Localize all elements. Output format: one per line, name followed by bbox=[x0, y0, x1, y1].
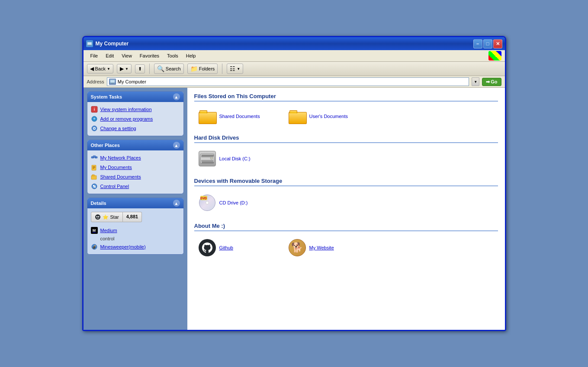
files-stored-title: Files Stored on This Computer bbox=[194, 93, 498, 102]
doge-icon: 🐕 bbox=[289, 239, 306, 256]
section-about-me: About Me :) Github 🐕 My Website bbox=[194, 223, 498, 259]
up-button[interactable]: ⬆ bbox=[135, 64, 145, 73]
views-dropdown-icon: ▼ bbox=[237, 67, 240, 71]
shared-documents-item[interactable]: Shared Documents bbox=[194, 107, 281, 126]
local-disk-item[interactable]: Local Disk (C:) bbox=[194, 148, 281, 169]
go-button[interactable]: ➡ Go bbox=[482, 78, 501, 86]
sidebar-link-my-documents[interactable]: My Documents bbox=[91, 163, 180, 171]
star-button[interactable]: ⭐ Star bbox=[91, 212, 123, 222]
menu-file[interactable]: File bbox=[87, 52, 102, 59]
menu-bar: File Edit View Favorites Tools Help bbox=[84, 50, 505, 62]
medium-sublabel: control bbox=[91, 236, 180, 241]
right-pane: Files Stored on This Computer Shared Doc… bbox=[187, 88, 505, 330]
menu-favorites[interactable]: Favorites bbox=[136, 52, 163, 59]
sidebar-link-control-panel[interactable]: Control Panel bbox=[91, 182, 180, 190]
my-website-label: My Website bbox=[309, 245, 334, 250]
go-arrow-icon: ➡ bbox=[486, 79, 490, 85]
back-arrow-icon: ◀ bbox=[90, 66, 94, 72]
toolbar-separator-2 bbox=[222, 64, 222, 74]
window-icon bbox=[86, 40, 93, 47]
system-tasks-header: System Tasks ▲ bbox=[87, 92, 183, 102]
svg-rect-26 bbox=[94, 186, 96, 188]
section-hard-disk: Hard Disk Drives Local Disk (C:) bbox=[194, 134, 498, 169]
title-bar-left: My Computer bbox=[86, 40, 129, 47]
other-places-panel: Other Places ▲ bbox=[87, 140, 184, 194]
hard-disk-grid: Local Disk (C:) bbox=[194, 148, 498, 169]
menu-items: File Edit View Favorites Tools Help bbox=[87, 52, 199, 59]
cd-drive-icon: DVD bbox=[199, 194, 216, 211]
search-button[interactable]: 🔍 Search bbox=[154, 64, 184, 74]
close-button[interactable]: ✕ bbox=[493, 39, 502, 48]
cd-drive-item[interactable]: DVD CD Drive (D:) bbox=[194, 191, 281, 214]
window: My Computer – □ ✕ File Edit View Favorit… bbox=[82, 36, 506, 331]
medium-label: Medium bbox=[100, 228, 117, 233]
users-documents-item[interactable]: User's Documents bbox=[284, 107, 371, 126]
svg-point-37 bbox=[210, 157, 213, 160]
maximize-button[interactable]: □ bbox=[483, 39, 492, 48]
title-controls: – □ ✕ bbox=[473, 39, 502, 48]
my-website-item[interactable]: 🐕 My Website bbox=[284, 236, 371, 259]
menu-edit[interactable]: Edit bbox=[102, 52, 117, 59]
sidebar-link-network-places[interactable]: My Network Places bbox=[91, 154, 180, 162]
address-input-wrap[interactable]: My Computer bbox=[107, 77, 469, 86]
system-tasks-collapse[interactable]: ▲ bbox=[173, 93, 180, 100]
back-label: Back bbox=[95, 66, 106, 71]
minimize-button[interactable]: – bbox=[473, 39, 482, 48]
view-system-info-label: View system information bbox=[100, 107, 152, 112]
sidebar-link-view-system-info[interactable]: i View system information bbox=[91, 105, 180, 113]
search-icon: 🔍 bbox=[157, 65, 164, 72]
svg-rect-1 bbox=[88, 42, 91, 45]
section-removable: Devices with Removable Storage DVD CD Dr… bbox=[194, 178, 498, 214]
menu-tools[interactable]: Tools bbox=[164, 52, 182, 59]
shared-documents-label: Shared Documents bbox=[219, 114, 260, 119]
hard-disk-title: Hard Disk Drives bbox=[194, 134, 498, 143]
folders-button[interactable]: 📁 Folders bbox=[187, 64, 218, 74]
address-bar: Address My Computer ▼ ➡ Go bbox=[84, 76, 505, 88]
svg-rect-25 bbox=[93, 185, 94, 186]
views-button[interactable]: ☷ ▼ bbox=[227, 64, 243, 74]
github-item[interactable]: Github bbox=[194, 236, 281, 259]
details-body: ⭐ Star 4,881 M Medium control 💣 bbox=[87, 208, 183, 254]
title-bar: My Computer – □ ✕ bbox=[84, 37, 505, 50]
svg-rect-36 bbox=[201, 160, 213, 162]
svg-point-24 bbox=[92, 184, 97, 189]
svg-rect-23 bbox=[92, 175, 94, 176]
toolbar: ◀ Back ▼ ▶ ▼ ⬆ 🔍 Search 📁 Folders ☷ ▼ bbox=[84, 62, 505, 76]
system-tasks-panel: System Tasks ▲ i View system information bbox=[87, 91, 184, 136]
menu-view[interactable]: View bbox=[118, 52, 135, 59]
settings-icon bbox=[91, 125, 98, 132]
github-label: Github bbox=[219, 245, 233, 250]
sidebar-link-change-setting[interactable]: Change a setting bbox=[91, 124, 180, 132]
windows-logo bbox=[488, 51, 501, 61]
search-label: Search bbox=[166, 66, 181, 71]
back-button[interactable]: ◀ Back ▼ bbox=[87, 64, 113, 73]
back-dropdown-icon: ▼ bbox=[107, 67, 110, 71]
sidebar-link-minesweeper[interactable]: 💣 Minesweeper(mobile) bbox=[91, 243, 180, 251]
my-documents-label: My Documents bbox=[100, 165, 132, 170]
main-content: System Tasks ▲ i View system information bbox=[84, 88, 505, 330]
section-files-stored: Files Stored on This Computer Shared Doc… bbox=[194, 93, 498, 126]
system-tasks-title: System Tasks bbox=[91, 94, 122, 99]
sidebar-link-shared-documents[interactable]: Shared Documents bbox=[91, 173, 180, 181]
shared-docs-folder-icon bbox=[199, 109, 216, 123]
details-title: Details bbox=[91, 201, 106, 206]
files-stored-grid: Shared Documents User's Documents bbox=[194, 107, 498, 126]
programs-icon: + bbox=[91, 115, 98, 122]
svg-text:i: i bbox=[93, 107, 95, 112]
svg-rect-20 bbox=[93, 167, 95, 168]
local-disk-icon bbox=[199, 151, 216, 166]
medium-icon: M bbox=[91, 227, 98, 234]
address-dropdown[interactable]: ▼ bbox=[472, 77, 479, 86]
svg-point-29 bbox=[95, 214, 100, 220]
menu-help[interactable]: Help bbox=[183, 52, 199, 59]
svg-rect-4 bbox=[110, 80, 115, 83]
svg-rect-5 bbox=[111, 83, 114, 84]
folders-icon: 📁 bbox=[190, 65, 198, 72]
local-disk-label: Local Disk (C:) bbox=[219, 156, 251, 161]
other-places-body: My Network Places My Documents bbox=[87, 150, 183, 194]
sidebar-link-add-remove[interactable]: + Add or remove programs bbox=[91, 115, 180, 123]
sidebar-link-medium[interactable]: M Medium bbox=[91, 227, 180, 234]
other-places-collapse[interactable]: ▲ bbox=[173, 142, 180, 149]
details-collapse[interactable]: ▲ bbox=[173, 200, 180, 207]
forward-button[interactable]: ▶ ▼ bbox=[117, 64, 132, 73]
